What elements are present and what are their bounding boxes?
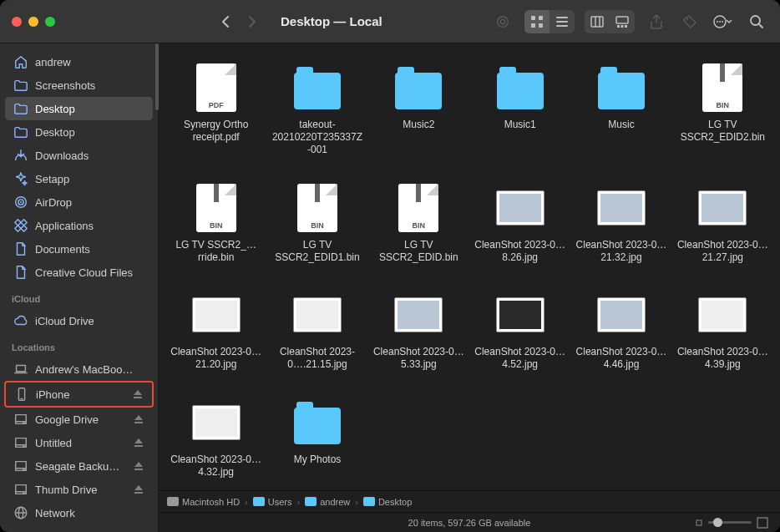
file-item[interactable]: LG TV SSCR2_EDID1.bin [266, 182, 367, 268]
file-label: My Photos [294, 453, 342, 466]
eject-icon[interactable] [133, 413, 144, 425]
sidebar-scrollbar[interactable] [155, 43, 159, 110]
file-item[interactable]: CleanShot 2023-0….21.15.jpg [266, 289, 367, 375]
folder-icon [13, 124, 28, 139]
path-item[interactable]: Users [253, 497, 292, 507]
sidebar-item-icd[interactable]: iCloud Drive [5, 309, 153, 332]
phone-icon [14, 387, 29, 402]
folder-icon [13, 78, 28, 93]
file-item[interactable]: CleanShot 2023-0…21.20.jpg [165, 289, 266, 375]
action-menu-button[interactable] [712, 10, 735, 33]
file-item[interactable]: LG TV SSCR2_…rride.bin [165, 182, 266, 268]
path-item[interactable]: andrew [305, 497, 350, 507]
sidebar-item-sea[interactable]: Seagate Backu… [5, 454, 153, 478]
file-item[interactable]: CleanShot 2023-0…5.33.jpg [368, 289, 469, 375]
sidebar-item-screens[interactable]: Screenshots [5, 73, 153, 97]
file-item[interactable]: Synergy Ortho receipt.pdf [165, 62, 266, 160]
file-item[interactable]: CleanShot 2023-0…8.26.jpg [469, 182, 570, 268]
sidebar-item-airdrop[interactable]: AirDrop [5, 190, 153, 214]
chevron-right-icon: › [296, 497, 300, 507]
sidebar-item-label: iPhone [36, 388, 125, 401]
file-item[interactable]: My Photos [266, 397, 367, 483]
file-label: CleanShot 2023-0…21.20.jpg [170, 346, 262, 371]
doc-icon [13, 241, 28, 256]
sidebar-item-cc[interactable]: Creative Cloud Files [5, 261, 153, 284]
sidebar-item-iph[interactable]: iPhone [6, 383, 152, 406]
apps-icon [13, 218, 28, 233]
svg-point-11 [686, 18, 688, 19]
file-label: CleanShot 2023-0…4.52.jpg [474, 346, 566, 371]
file-item[interactable]: LG TV SSCR2_EDID.bin [368, 182, 469, 268]
file-label: CleanShot 2023-0…8.26.jpg [474, 239, 566, 264]
sidebar-item-label: Desktop [35, 103, 144, 115]
image-thumbnail [597, 297, 646, 332]
file-item[interactable]: CleanShot 2023-0…4.46.jpg [570, 289, 671, 375]
sidebar-item-label: Documents [35, 243, 144, 256]
svg-point-15 [722, 21, 723, 23]
close-window-button[interactable] [12, 17, 22, 27]
file-label: Music [608, 119, 634, 131]
file-item[interactable]: takeout-20210220T235337Z-001 [266, 62, 367, 160]
sidebar-item-desk1[interactable]: Desktop [5, 97, 153, 120]
bin-file-icon [702, 63, 742, 112]
sidebar-item-setapp[interactable]: Setapp [5, 167, 153, 190]
sidebar-item-gd[interactable]: Google Drive [5, 408, 153, 431]
image-thumbnail [394, 297, 443, 332]
eject-icon[interactable] [132, 388, 144, 400]
share-button[interactable] [645, 10, 668, 33]
toolbar-icons [491, 10, 768, 33]
svg-rect-8 [617, 25, 620, 28]
file-item[interactable]: CleanShot 2023-0…4.39.jpg [672, 289, 773, 375]
path-label: Users [268, 497, 292, 507]
sidebar-item-andrew[interactable]: andrew [5, 50, 153, 73]
file-item[interactable]: Music [570, 62, 671, 160]
icon-view-button[interactable] [524, 10, 550, 33]
image-thumbnail [192, 297, 241, 332]
eject-icon[interactable] [133, 437, 144, 448]
file-label: takeout-20210220T235337Z-001 [271, 119, 363, 156]
sidebar-item-label: Network [35, 507, 144, 519]
sidebar-item-unt[interactable]: Untitled [5, 431, 153, 454]
svg-point-14 [719, 21, 721, 23]
sidebar-item-docs[interactable]: Documents [5, 237, 153, 261]
download-icon [13, 148, 28, 163]
sidebar-item-label: AirDrop [35, 196, 144, 209]
folder-icon [497, 73, 544, 109]
eject-icon[interactable] [133, 460, 144, 472]
column-view-button[interactable] [585, 10, 610, 33]
zoom-window-button[interactable] [45, 17, 55, 27]
icon-size-slider[interactable] [695, 517, 768, 529]
sidebar-item-mbp[interactable]: Andrew's MacBoo… [5, 357, 153, 381]
file-item[interactable]: Music1 [469, 62, 570, 160]
file-item[interactable]: Music2 [368, 62, 469, 160]
sidebar-item-desk2[interactable]: Desktop [5, 120, 153, 144]
svg-rect-22 [696, 520, 701, 525]
path-item[interactable]: Macintosh HD [167, 497, 240, 507]
list-view-button[interactable] [550, 10, 575, 33]
sidebar-item-net[interactable]: Network [5, 501, 153, 524]
file-item[interactable]: CleanShot 2023-0…21.27.jpg [672, 182, 773, 268]
gallery-view-button[interactable] [610, 10, 635, 33]
file-item[interactable]: CleanShot 2023-0…4.32.jpg [165, 397, 266, 483]
finder-window: Desktop — Local [0, 0, 780, 532]
forward-button[interactable] [241, 10, 264, 33]
file-item[interactable]: CleanShot 2023-0…4.52.jpg [469, 289, 570, 375]
file-item[interactable]: LG TV SSCR2_EDID2.bin [672, 62, 773, 160]
eject-icon[interactable] [133, 484, 144, 495]
titlebar: Desktop — Local [0, 0, 780, 43]
path-item[interactable]: Desktop [363, 497, 412, 507]
minimize-window-button[interactable] [28, 17, 38, 27]
svg-rect-7 [616, 17, 628, 23]
back-button[interactable] [214, 10, 237, 33]
image-thumbnail [496, 190, 544, 225]
file-label: LG TV SSCR2_EDID2.bin [676, 119, 768, 144]
file-item[interactable]: CleanShot 2023-0…21.32.jpg [570, 182, 671, 268]
search-button[interactable] [745, 10, 768, 33]
sidebar-item-label: Untitled [35, 437, 126, 449]
tags-button[interactable] [678, 10, 701, 33]
airdrop-toolbar-icon[interactable] [491, 10, 514, 33]
sidebar-item-apps[interactable]: Applications [5, 214, 153, 237]
sidebar-item-dl[interactable]: Downloads [5, 144, 153, 167]
sidebar-item-thumb[interactable]: Thumb Drive [5, 478, 153, 501]
doc-icon [13, 265, 28, 280]
